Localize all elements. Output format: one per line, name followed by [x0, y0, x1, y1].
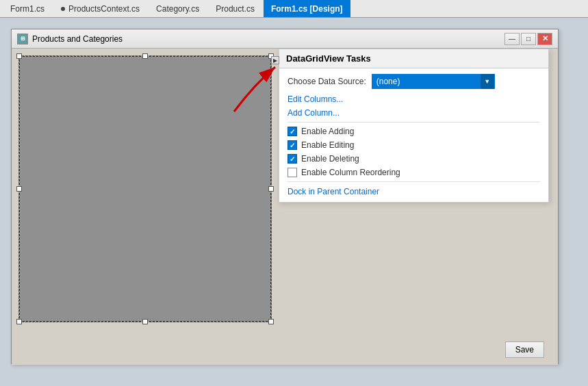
tab-form1-design[interactable]: Form1.cs [Design] — [264, 0, 350, 17]
minimize-button[interactable]: — — [504, 33, 520, 45]
task-panel-header: DataGridView Tasks — [279, 49, 548, 68]
handle-bottom-left[interactable] — [16, 319, 22, 324]
form-title-icon: ⊞ — [17, 34, 28, 44]
checkbox-enable-adding[interactable]: ✓ — [287, 127, 297, 136]
add-column-link[interactable]: Add Column... — [287, 108, 540, 118]
task-panel: DataGridView Tasks Choose Data Source: (… — [279, 49, 549, 203]
maximize-button[interactable]: □ — [521, 33, 536, 45]
data-source-value: (none) — [372, 77, 481, 86]
tab-products-context[interactable]: ProductsContext.cs — [53, 0, 147, 17]
tab-product-cs[interactable]: Product.cs — [208, 0, 262, 17]
checkbox-label-enable-reordering: Enable Column Reordering — [301, 168, 400, 177]
smart-tag-button[interactable]: ▶ — [271, 56, 279, 64]
selection-border — [19, 56, 271, 322]
close-button[interactable]: ✕ — [537, 33, 552, 45]
save-button-area: Save — [505, 342, 544, 358]
tab-category-cs[interactable]: Category.cs — [149, 0, 207, 17]
form-body: ▶ DataGridView Tasks Choose Data — [12, 49, 558, 365]
form-window-controls: — □ ✕ — [504, 33, 552, 45]
datagrid-view[interactable]: ▶ — [18, 55, 272, 322]
form-title-bar: ⊞ Products and Categories — □ ✕ — [12, 29, 558, 49]
checkbox-row-enable-editing: ✓Enable Editing — [287, 140, 540, 150]
form-title-text: Products and Categories — [32, 34, 500, 44]
handle-bottom-right[interactable] — [268, 319, 274, 324]
checkbox-label-enable-deleting: Enable Deleting — [301, 154, 359, 164]
handle-bottom-center[interactable] — [142, 319, 148, 324]
checkmark-icon: ✓ — [290, 155, 295, 163]
checkmark-icon: ✓ — [290, 142, 295, 149]
form-window: ⊞ Products and Categories — □ ✕ — [11, 29, 559, 364]
checkbox-label-enable-editing: Enable Editing — [301, 140, 354, 150]
tab-form1-cs[interactable]: Form1.cs — [3, 0, 52, 17]
data-source-dropdown-arrow[interactable]: ▼ — [481, 74, 494, 89]
tab-label: ProductsContext.cs — [68, 4, 140, 14]
checkbox-container: ✓Enable Adding✓Enable Editing✓Enable Del… — [287, 127, 540, 177]
task-panel-body: Choose Data Source: (none) ▼ Edit Column… — [279, 68, 548, 202]
dock-link[interactable]: Dock in Parent Container — [287, 187, 379, 196]
task-divider-2 — [287, 181, 540, 182]
data-source-label: Choose Data Source: — [287, 77, 366, 86]
tab-bar: Form1.csProductsContext.csCategory.csPro… — [0, 0, 588, 18]
main-area: ⊞ Products and Categories — □ ✕ — [0, 18, 588, 386]
checkbox-enable-deleting[interactable]: ✓ — [287, 154, 297, 164]
handle-middle-right[interactable] — [268, 186, 274, 192]
checkbox-enable-reordering[interactable] — [287, 168, 297, 177]
save-button[interactable]: Save — [505, 342, 544, 358]
checkbox-row-enable-deleting: ✓Enable Deleting — [287, 154, 540, 164]
task-divider-1 — [287, 122, 540, 123]
tab-label: Form1.cs [Design] — [271, 4, 343, 14]
checkbox-label-enable-adding: Enable Adding — [301, 127, 354, 136]
checkbox-enable-editing[interactable]: ✓ — [287, 140, 297, 150]
edit-columns-link[interactable]: Edit Columns... — [287, 94, 540, 104]
tab-label: Product.cs — [216, 4, 255, 14]
handle-middle-left[interactable] — [16, 186, 22, 192]
tab-label: Form1.cs — [10, 4, 44, 14]
handle-top-center[interactable] — [142, 53, 148, 59]
checkbox-row-enable-adding: ✓Enable Adding — [287, 127, 540, 136]
tab-label: Category.cs — [156, 4, 199, 14]
data-source-row: Choose Data Source: (none) ▼ — [287, 74, 540, 89]
handle-top-left[interactable] — [16, 53, 22, 59]
tab-modified-dot — [61, 7, 65, 11]
checkmark-icon: ✓ — [290, 128, 295, 136]
data-source-dropdown[interactable]: (none) ▼ — [372, 74, 495, 89]
checkbox-row-enable-reordering: Enable Column Reordering — [287, 168, 540, 177]
